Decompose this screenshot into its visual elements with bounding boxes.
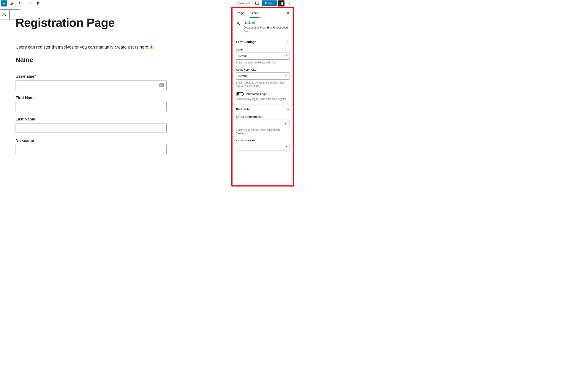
settings-sidebar: Page Block Register Displays the Front E… (231, 7, 294, 186)
save-draft-button[interactable]: Save draft (235, 2, 252, 5)
undo-button[interactable] (17, 0, 25, 7)
chevron-down-icon (284, 75, 287, 77)
chevron-up-icon (286, 40, 289, 43)
role-select[interactable]: Default (236, 72, 289, 80)
role-select-help: Select a Role to be assigned to users th… (236, 81, 289, 88)
after-reg-help: Select a page for an After Registration … (236, 128, 289, 135)
svg-rect-2 (282, 2, 283, 5)
username-input[interactable] (16, 81, 167, 90)
close-sidebar-button[interactable] (284, 9, 292, 17)
panel-redirects: Redirects AFTER REGISTRATION Select a pa… (232, 104, 293, 154)
chevron-up-icon (286, 108, 289, 111)
role-select-value: Default (238, 74, 247, 77)
auto-login-label: Automatic Login (246, 92, 267, 96)
auto-login-row: Automatic Login (236, 92, 289, 96)
panel-form-settings: Form Settings FORM Default Select the de… (232, 37, 293, 104)
first-name-input[interactable] (16, 102, 167, 111)
tab-page[interactable]: Page (233, 8, 247, 18)
field-username: Username* (16, 74, 167, 90)
publish-button[interactable]: Publish (262, 0, 277, 6)
svg-point-9 (14, 16, 15, 16)
block-info-title: Register (244, 21, 289, 24)
block-info-card: Register Displays the Front End Registra… (232, 18, 293, 37)
panel-title-redirects: Redirects (236, 107, 250, 111)
form-field-label: FORM (236, 48, 289, 51)
section-heading-name: Name (16, 56, 167, 63)
svg-point-3 (289, 1, 289, 2)
panel-head-redirects[interactable]: Redirects (232, 104, 293, 114)
topbar-left-tools (1, 0, 42, 7)
svg-point-7 (14, 12, 15, 13)
sidebar-tabs: Page Block (232, 8, 293, 18)
editor-canvas[interactable]: Registration Page Users can register the… (0, 7, 231, 186)
svg-point-8 (14, 14, 15, 15)
chevron-down-icon (284, 145, 287, 148)
svg-point-6 (3, 13, 5, 14)
field-first-name: First Name (16, 96, 167, 111)
block-info-desc: Displays the Front End Registration form… (244, 26, 289, 33)
form-select[interactable]: Default (236, 52, 289, 60)
block-type-icon-button[interactable] (0, 10, 10, 19)
panel-title-form-settings: Form Settings (236, 40, 256, 44)
register-block-icon (236, 21, 241, 26)
after-reg-label: AFTER REGISTRATION (236, 116, 289, 118)
form-select-help: Select the desired Registration form (236, 61, 289, 64)
role-field-label: ASSIGNED ROLE (236, 68, 289, 71)
required-asterisk: * (35, 74, 36, 79)
editor-topbar: Save draft Publish (0, 0, 294, 7)
page-title[interactable]: Registration Page (16, 16, 167, 30)
block-toolbar (0, 10, 20, 20)
svg-point-4 (289, 3, 289, 4)
redo-button[interactable] (25, 0, 33, 7)
username-label: Username* (16, 74, 167, 79)
chevron-down-icon (284, 55, 287, 57)
last-name-label: Last Name (16, 117, 167, 122)
document-overview-button[interactable] (34, 0, 42, 7)
chevron-down-icon (284, 122, 287, 124)
field-last-name: Last Name (16, 117, 167, 133)
register-block-intro: Users can register themselves or you can… (16, 45, 167, 50)
block-more-button[interactable] (10, 10, 20, 19)
svg-point-10 (237, 22, 239, 24)
editor-content: Registration Page Users can register the… (16, 16, 167, 154)
settings-sidebar-toggle[interactable] (278, 0, 284, 7)
auto-login-toggle[interactable] (236, 92, 244, 96)
after-logout-label: AFTER LOGOUT (236, 139, 289, 142)
after-reg-select[interactable] (236, 120, 289, 127)
password-manager-icon[interactable] (159, 83, 164, 87)
first-name-label: First Name (16, 96, 167, 100)
nickname-input[interactable] (16, 145, 167, 154)
auto-login-help: Automatically log in users after they re… (236, 97, 289, 101)
preview-button[interactable] (253, 0, 261, 7)
more-options-button[interactable] (285, 0, 293, 7)
svg-rect-0 (256, 2, 259, 4)
form-select-value: Default (238, 54, 247, 58)
warning-icon: ⚠️ (149, 45, 154, 49)
add-block-button[interactable] (1, 0, 7, 7)
edit-mode-button[interactable] (8, 0, 16, 7)
after-logout-select[interactable] (236, 143, 289, 150)
main-wrap: Registration Page Users can register the… (0, 7, 294, 186)
svg-point-5 (289, 5, 289, 5)
field-nickname: Nickname (16, 138, 167, 154)
topbar-right-tools: Save draft Publish (235, 0, 293, 7)
tab-block[interactable]: Block (247, 8, 262, 18)
nickname-label: Nickname (16, 138, 167, 143)
intro-text: Users can register themselves or you can… (16, 45, 149, 49)
last-name-input[interactable] (16, 123, 167, 133)
panel-head-form-settings[interactable]: Form Settings (232, 37, 293, 47)
